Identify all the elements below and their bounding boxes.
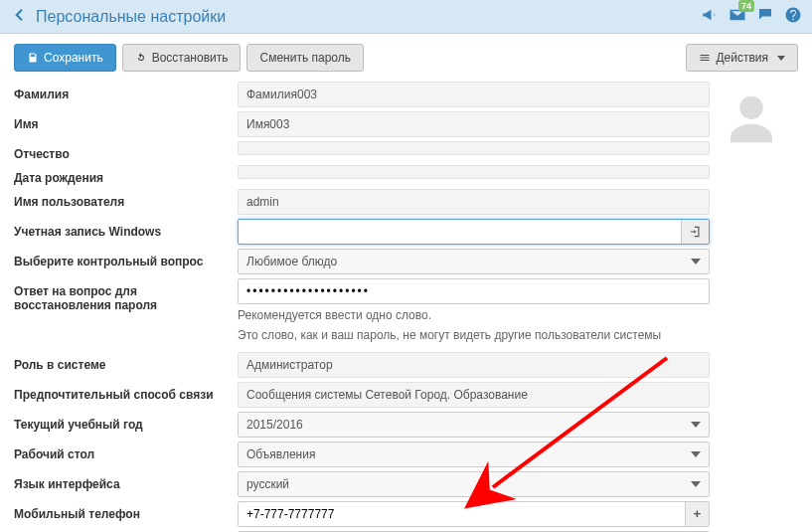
language-select[interactable]: русский (238, 471, 710, 497)
contact-value: Сообщения системы Сетевой Город. Образов… (238, 382, 710, 408)
security-question-label: Выберите контрольный вопрос (14, 249, 238, 268)
windows-account-label: Учетная запись Windows (14, 219, 238, 239)
birthdate-label: Дата рождения (14, 165, 238, 185)
hint-line-2: Это слово, как и ваш пароль, не могут ви… (238, 327, 710, 344)
toolbar: Сохранить Восстановить Сменить пароль Де… (0, 34, 812, 82)
contact-label: Предпочтительный способ связи (14, 382, 238, 402)
page-title: Персональные настройки (36, 8, 226, 26)
username-value: admin (238, 189, 710, 215)
school-year-label: Текущий учебный год (14, 412, 238, 432)
mail-badge: 74 (738, 0, 754, 12)
mobile-label: Мобильный телефон (14, 501, 238, 521)
role-value: Администратор (238, 352, 710, 378)
security-question-value: Любимое блюдо (246, 255, 337, 268)
login-lookup-button[interactable] (681, 220, 709, 244)
page-header: Персональные настройки 74 (0, 0, 812, 34)
language-label: Язык интерфейса (14, 471, 238, 491)
change-password-label: Сменить пароль (259, 51, 351, 65)
save-icon (27, 52, 39, 64)
avatar (724, 91, 779, 147)
security-answer-input[interactable] (238, 278, 710, 304)
save-button[interactable]: Сохранить (14, 44, 116, 72)
lastname-label: Фамилия (14, 82, 238, 101)
desktop-value: Объявления (246, 447, 315, 461)
megaphone-icon[interactable] (701, 6, 719, 27)
firstname-value: Имя003 (238, 111, 710, 137)
hint-line-1: Рекомендуется ввести одно слово. (238, 307, 710, 324)
actions-button[interactable]: Действия (686, 44, 798, 72)
language-value: русский (246, 477, 289, 491)
patronymic-value (238, 141, 710, 155)
desktop-label: Рабочий стол (14, 442, 238, 461)
menu-icon (699, 52, 711, 64)
security-question-select[interactable]: Любимое блюдо (238, 249, 710, 274)
patronymic-label: Отчество (14, 141, 238, 161)
refresh-icon (135, 52, 147, 64)
add-phone-button[interactable]: + (685, 502, 709, 526)
username-label: Имя пользователя (14, 189, 238, 209)
change-password-button[interactable]: Сменить пароль (246, 44, 364, 72)
security-answer-label: Ответ на вопрос для восстановления парол… (14, 278, 238, 312)
back-icon[interactable] (10, 6, 28, 27)
chat-icon[interactable] (756, 6, 774, 27)
desktop-select[interactable]: Объявления (238, 442, 710, 467)
role-label: Роль в системе (14, 352, 238, 372)
school-year-value: 2015/2016 (246, 418, 303, 432)
restore-button[interactable]: Восстановить (122, 44, 242, 72)
lastname-value: Фамилия003 (238, 82, 710, 107)
mobile-input[interactable] (238, 501, 710, 527)
mail-icon[interactable]: 74 (729, 6, 746, 27)
birthdate-value (238, 165, 710, 179)
restore-label: Восстановить (152, 51, 229, 65)
help-icon[interactable] (784, 6, 802, 27)
chevron-down-icon (777, 56, 785, 61)
save-label: Сохранить (44, 51, 103, 65)
login-arrow-icon (689, 225, 703, 239)
actions-label: Действия (716, 51, 768, 65)
windows-account-input[interactable] (238, 219, 710, 245)
firstname-label: Имя (14, 111, 238, 131)
school-year-select[interactable]: 2015/2016 (238, 412, 710, 438)
